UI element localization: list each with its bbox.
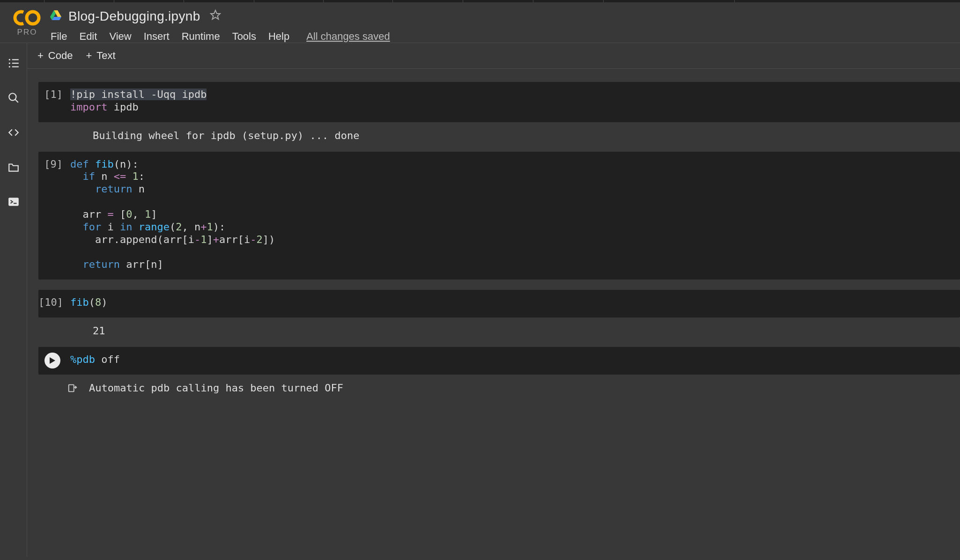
execution-count: [10] (38, 295, 66, 313)
code-cell[interactable]: [10]fib(8) (38, 290, 960, 317)
drive-icon (50, 9, 62, 23)
pro-label: PRO (8, 28, 46, 37)
cell-output: Automatic pdb calling has been turned OF… (38, 375, 960, 394)
run-cell-button[interactable] (44, 353, 60, 368)
star-icon[interactable] (210, 9, 221, 23)
files-icon[interactable] (7, 161, 20, 176)
svg-marker-4 (211, 10, 220, 19)
code-snippets-icon[interactable] (7, 126, 20, 141)
add-code-label: Code (48, 50, 73, 62)
code-editor[interactable]: !pip install -Uqq ipdb import ipdb (66, 87, 216, 118)
code-cell[interactable]: [1]!pip install -Uqq ipdb import ipdb (38, 82, 960, 122)
output-text: Automatic pdb calling has been turned OF… (85, 382, 343, 394)
notebook-title[interactable]: Blog-Debugging.ipynb (68, 9, 200, 24)
svg-point-0 (27, 12, 39, 24)
terminal-icon[interactable] (7, 196, 20, 211)
notebook-cell: [10]fib(8)21 (38, 290, 960, 337)
window-titlebar-strip (0, 0, 960, 2)
output-indicator-icon (60, 382, 85, 394)
plus-icon: + (86, 50, 92, 62)
svg-point-11 (9, 93, 16, 100)
execution-count: [1] (38, 87, 66, 118)
code-cell[interactable]: %pdb off (38, 347, 960, 375)
execution-count: [9] (38, 156, 66, 275)
code-editor[interactable]: %pdb off (66, 352, 129, 370)
cells-container: [1]!pip install -Uqq ipdb import ipdbBui… (27, 69, 960, 557)
toc-icon[interactable] (7, 57, 20, 72)
menu-runtime[interactable]: Runtime (182, 30, 220, 43)
cell-output: Building wheel for ipdb (setup.py) ... d… (38, 122, 960, 141)
code-editor[interactable]: def fib(n): if n <= 1: return n arr = [0… (66, 156, 284, 275)
menu-view[interactable]: View (109, 30, 131, 43)
menu-edit[interactable]: Edit (79, 30, 97, 43)
svg-rect-13 (8, 198, 19, 206)
notebook-cell: [1]!pip install -Uqq ipdb import ipdbBui… (38, 82, 960, 141)
search-icon[interactable] (7, 92, 20, 107)
colab-logo-block: PRO (8, 9, 46, 37)
menu-tools[interactable]: Tools (232, 30, 256, 43)
cell-output: 21 (38, 317, 960, 337)
save-status[interactable]: All changes saved (306, 30, 390, 43)
output-text: Building wheel for ipdb (setup.py) ... d… (89, 130, 360, 141)
svg-line-12 (15, 99, 18, 103)
menu-help[interactable]: Help (268, 30, 289, 43)
menubar: File Edit View Insert Runtime Tools Help… (50, 30, 960, 43)
menu-insert[interactable]: Insert (144, 30, 170, 43)
notebook-cell: %pdb offAutomatic pdb calling has been t… (38, 347, 960, 394)
output-text: 21 (89, 325, 105, 337)
svg-marker-15 (50, 357, 55, 364)
colab-logo-icon (13, 9, 41, 27)
menu-file[interactable]: File (51, 30, 67, 43)
svg-rect-16 (69, 384, 74, 391)
add-code-button[interactable]: + Code (37, 50, 73, 62)
add-text-button[interactable]: + Text (86, 50, 115, 62)
code-cell[interactable]: [9]def fib(n): if n <= 1: return n arr =… (38, 152, 960, 280)
code-editor[interactable]: fib(8) (66, 295, 117, 313)
plus-icon: + (37, 50, 44, 62)
cell-toolbar: + Code + Text (27, 43, 960, 69)
main-area: + Code + Text [1]!pip install -Uqq ipdb … (27, 43, 960, 557)
add-text-label: Text (96, 50, 115, 62)
header: PRO Blog-Debugging.ipynb File Edit View … (0, 2, 960, 43)
notebook-cell: [9]def fib(n): if n <= 1: return n arr =… (38, 152, 960, 280)
left-rail (0, 43, 27, 557)
